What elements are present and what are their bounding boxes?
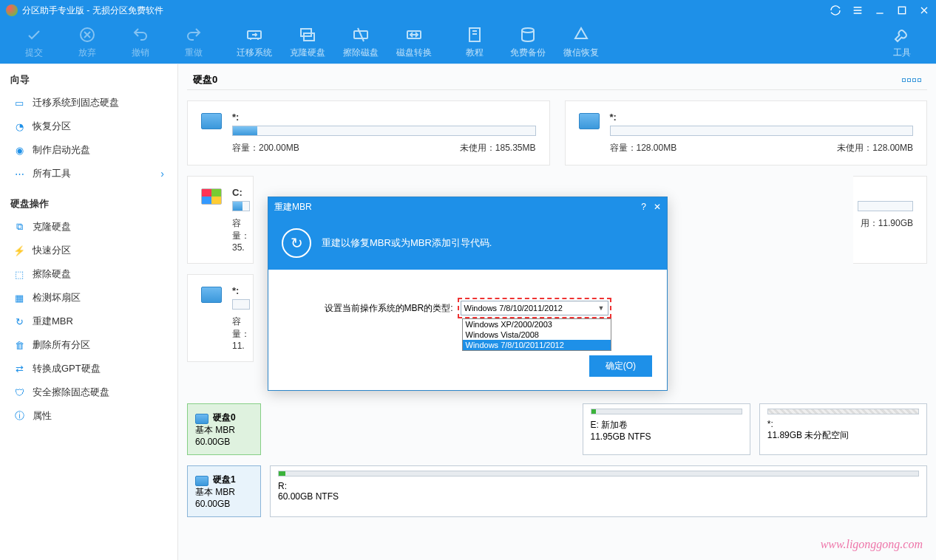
dialog-desc: 重建以修复MBR或为MBR添加引导代码. [322,236,492,250]
ssd-icon: ▭ [13,97,25,109]
refresh-icon: ↻ [13,315,25,327]
sidebar-wipe-disk[interactable]: ⬚擦除硬盘 [0,262,177,286]
sidebar-migrate-ssd[interactable]: ▭迁移系统到固态硬盘 [0,91,177,115]
highlighted-combo: Windows 7/8/10/2011/2012 ▼ Windows XP/20… [458,298,611,318]
volume-card[interactable]: *:11.89GB 未分配空间 [759,403,927,455]
partition-label: *: [610,112,914,123]
chevron-right-icon: › [160,168,164,180]
usage-bar [232,126,536,136]
sidebar-boot-cd[interactable]: ◉制作启动光盘 [0,138,177,162]
clone-disk-button[interactable]: 克隆硬盘 [285,21,330,63]
sidebar-wizard-header: 向导 [0,69,177,91]
menu-icon[interactable] [852,4,864,16]
partition-card[interactable]: *: 容量：128.00MB未使用：128.00MB [565,100,928,165]
usage-bar [232,299,250,310]
sidebar-bad-sector[interactable]: ▦检测坏扇区 [0,286,177,310]
dropdown-option[interactable]: Windows Vista/2008 [463,329,611,340]
sidebar: 向导 ▭迁移系统到固态硬盘 ◔恢复分区 ◉制作启动光盘 ⋯所有工具› 硬盘操作 … [0,64,178,560]
titlebar: 分区助手专业版 - 无损分区免费软件 [0,0,936,21]
help-icon[interactable]: ? [641,202,646,212]
partition-label: *: [232,112,536,123]
bolt-icon: ⚡ [13,245,25,256]
rebuild-icon: ↻ [282,228,311,258]
partition-card[interactable]: *: 容量：11. [187,274,254,362]
mbr-type-select[interactable]: Windows 7/8/10/2011/2012 ▼ [461,301,608,315]
mbr-type-label: 设置当前操作系统的MBR的类型: [325,302,453,315]
drive-icon [201,113,222,129]
discard-button[interactable]: 放弃 [65,21,109,63]
cd-icon: ◉ [13,144,25,156]
chevron-down-icon: ▼ [598,304,605,312]
dropdown-option[interactable]: Windows XP/2000/2003 [463,319,611,329]
dialog-titlebar: 重建MBR ? ✕ [268,197,667,216]
disk-summary-row: 硬盘0 基本 MBR60.00GB E: 新加卷11.95GB NTFS *:1… [187,403,927,455]
disk-convert-button[interactable]: 磁盘转换 [392,21,436,63]
svg-point-8 [522,28,534,33]
disk-block[interactable]: 硬盘0 基本 MBR60.00GB [187,403,261,455]
trash-icon: 🗑 [13,339,25,351]
svg-rect-0 [898,7,905,13]
partition-card-trunc[interactable]: 用：11.90GB [853,176,927,264]
free-backup-button[interactable]: 免费备份 [506,21,550,63]
drive-icon [195,476,208,486]
main-toolbar: 提交 放弃 撤销 重做 迁移系统 克隆硬盘 擦除磁盘 磁盘转换 教程 免费备份 … [0,21,936,64]
sidebar-secure-wipe[interactable]: 🛡安全擦除固态硬盘 [0,380,177,404]
usage-bar [232,201,250,211]
drive-icon [579,113,600,129]
grid-view-icon[interactable] [902,78,921,82]
scan-icon: ▦ [13,292,25,304]
app-logo [6,4,18,16]
usage-bar [858,201,913,211]
watermark: www.ligonggong.com [821,538,923,551]
windows-drive-icon [201,188,222,205]
usage-bar [610,126,914,136]
minimize-icon[interactable] [874,4,886,16]
wipe-disk-button[interactable]: 擦除磁盘 [339,21,383,63]
undo-button[interactable]: 撤销 [118,21,163,63]
volume-card[interactable]: R:60.00GB NTFS [270,465,927,517]
partition-label: C: [232,187,250,198]
dropdown-option[interactable]: Windows 7/8/10/2011/2012 [463,340,611,350]
selected-value: Windows 7/8/10/2011/2012 [464,304,563,313]
redo-button[interactable]: 重做 [172,21,216,63]
sidebar-to-gpt[interactable]: ⇄转换成GPT硬盘 [0,357,177,380]
sidebar-properties[interactable]: ⓘ属性 [0,404,177,428]
maximize-icon[interactable] [896,4,908,16]
sidebar-delete-all[interactable]: 🗑删除所有分区 [0,333,177,357]
mbr-type-dropdown: Windows XP/2000/2003 Windows Vista/2008 … [462,318,611,351]
refresh-icon[interactable] [830,4,841,16]
rebuild-mbr-dialog: 重建MBR ? ✕ ↻ 重建以修复MBR或为MBR添加引导代码. 设置当前操作系… [268,197,668,391]
disk-summary-row: 硬盘1 基本 MBR60.00GB R:60.00GB NTFS [187,465,927,517]
sidebar-all-tools[interactable]: ⋯所有工具› [0,162,177,185]
info-icon: ⓘ [13,410,25,422]
drive-icon [201,287,222,303]
dialog-title: 重建MBR [274,201,312,214]
close-icon[interactable]: ✕ [654,202,661,212]
commit-button[interactable]: 提交 [12,21,56,63]
migrate-os-button[interactable]: 迁移系统 [232,21,277,63]
wechat-recover-button[interactable]: 微信恢复 [559,21,603,63]
convert-icon: ⇄ [13,363,25,375]
tutorial-button[interactable]: 教程 [452,21,497,63]
partition-card[interactable]: C: 容量：35. [187,176,254,264]
sidebar-rebuild-mbr[interactable]: ↻重建MBR [0,310,177,333]
shield-icon: 🛡 [13,386,25,398]
close-icon[interactable] [918,4,930,16]
ok-button[interactable]: 确定(O) [589,355,652,377]
partition-label: *: [232,285,250,296]
tools-button[interactable]: 工具 [880,21,924,63]
sidebar-quick-part[interactable]: ⚡快速分区 [0,239,177,262]
eraser-icon: ⬚ [13,268,25,280]
sidebar-clone-disk[interactable]: ⧉克隆硬盘 [0,215,177,239]
sidebar-recover-part[interactable]: ◔恢复分区 [0,115,177,138]
volume-card[interactable]: E: 新加卷11.95GB NTFS [583,403,750,455]
app-title: 分区助手专业版 - 无损分区免费软件 [22,4,163,17]
dots-icon: ⋯ [13,168,25,180]
disk-header: 硬盘0 [187,70,927,90]
pie-icon: ◔ [13,120,25,132]
drive-icon [195,414,208,424]
dialog-banner: ↻ 重建以修复MBR或为MBR添加引导代码. [268,216,667,270]
clone-icon: ⧉ [13,221,25,233]
disk-block[interactable]: 硬盘1 基本 MBR60.00GB [187,465,261,517]
partition-card[interactable]: *: 容量：200.00MB未使用：185.35MB [187,100,550,165]
